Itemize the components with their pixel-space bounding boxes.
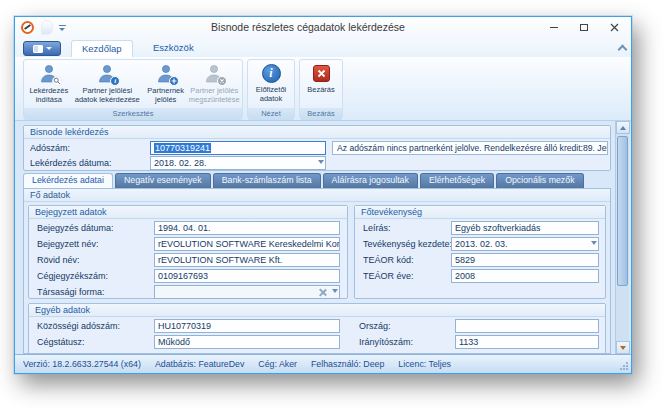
chevron-down-icon[interactable] bbox=[318, 160, 324, 164]
bisnode-lekerdezes-groupbox: Bisnode lekérdezés Adószám: 10770319241 … bbox=[23, 125, 611, 171]
close-red-icon bbox=[313, 65, 330, 82]
teaor-kod-input[interactable]: 5829 bbox=[451, 253, 599, 267]
cegstatusz-input[interactable]: Működő bbox=[154, 335, 340, 349]
tab-bank-szamlaszam-lista[interactable]: Bank-számlaszám lista bbox=[213, 173, 321, 188]
ribbon-group-nezet: i Előfizetői adatok Nézet bbox=[247, 59, 295, 119]
close-button[interactable] bbox=[599, 17, 629, 38]
x-badge-icon bbox=[217, 76, 227, 86]
ribbon-button-label: adatok lekérdezése bbox=[72, 96, 143, 105]
arrow-down-icon bbox=[620, 346, 626, 350]
tevekenyseg-kezdete-combo[interactable]: 2013. 02. 03. bbox=[451, 237, 599, 251]
ribbon-group-caption: Szerkesztés bbox=[24, 108, 242, 120]
field-value: rEVOLUTION SOFTWARE Kft. bbox=[158, 255, 282, 265]
field-value: 1133 bbox=[459, 337, 478, 347]
screenshot-stage: Bisnode részletes cégadatok lekérdezése … bbox=[0, 0, 668, 408]
status-license: Licenc: Teljes bbox=[398, 359, 451, 369]
orszag-input[interactable] bbox=[455, 319, 599, 333]
egyeb-adatok-groupbox: Egyéb adatok Közösségi adószám: HU107703… bbox=[28, 303, 606, 354]
ribbon-button-label: adatok bbox=[250, 95, 292, 104]
partnernek-jeloles-button[interactable]: Partnernek jelölés bbox=[143, 62, 189, 108]
plus-badge-icon bbox=[169, 76, 179, 86]
quick-access-icon[interactable] bbox=[41, 20, 53, 35]
kozossegi-adoszam-input[interactable]: HU10770319 bbox=[154, 319, 340, 333]
maximize-icon bbox=[580, 24, 588, 31]
application-menu-button[interactable] bbox=[23, 41, 61, 56]
adoszam-input[interactable]: 10770319241 bbox=[150, 141, 326, 155]
tab-negativ-esemenyek[interactable]: Negatív események bbox=[115, 173, 211, 188]
maximize-button[interactable] bbox=[569, 17, 599, 38]
panel-caption: Fő adatok bbox=[24, 189, 610, 202]
field-value: HU10770319 bbox=[158, 321, 211, 331]
field-label: Ország: bbox=[359, 321, 391, 331]
tab-opcionalis-mezok[interactable]: Opcionális mezők bbox=[496, 173, 583, 188]
ribbon-button-label: Bezárás bbox=[302, 86, 340, 95]
resize-grip-icon[interactable] bbox=[619, 361, 629, 371]
field-label: Bejegyzés dátuma: bbox=[37, 223, 114, 233]
tab-lekerdezes-adatai[interactable]: Lekérdezés adatai bbox=[23, 173, 113, 188]
app-menu-icon bbox=[33, 45, 43, 53]
minimize-button[interactable] bbox=[539, 17, 569, 38]
tarsasagi-forma-combo[interactable] bbox=[154, 285, 340, 299]
ribbon-button-label: indítása bbox=[26, 96, 72, 105]
lekerdezes-datuma-combo[interactable]: 2018. 02. 28. bbox=[150, 156, 326, 170]
ribbon-tab-kezdolap[interactable]: Kezdőlap bbox=[71, 40, 133, 57]
field-label: Cégstátusz: bbox=[37, 337, 85, 347]
groupbox-caption: Bejegyzett adatok bbox=[29, 206, 347, 219]
field-value: 1994. 04. 01. bbox=[158, 223, 211, 233]
app-logo-icon bbox=[21, 21, 34, 34]
ribbon-group-caption: Nézet bbox=[248, 108, 294, 120]
fotevekenyseg-groupbox: Főtevékenység Leírás: Egyéb szoftverkiad… bbox=[354, 205, 606, 299]
application-window: Bisnode részletes cégadatok lekérdezése … bbox=[14, 16, 632, 374]
scrollbar-thumb[interactable] bbox=[617, 136, 628, 286]
field-label: Bejegyzett név: bbox=[37, 239, 99, 249]
bezaras-button[interactable]: Bezárás bbox=[302, 62, 340, 108]
partner-jeloles-megszuntetese-button: Partner jelölés megszüntetése bbox=[188, 62, 240, 108]
field-label: Tevékenység kezdete: bbox=[363, 239, 452, 249]
field-label: Rövid név: bbox=[37, 255, 80, 265]
lekerdezes-inditasa-button[interactable]: Lekérdezés indítása bbox=[26, 62, 72, 108]
ribbon-tab-row: Kezdőlap Eszközök bbox=[15, 39, 631, 57]
fo-adatok-panel: Fő adatok Bejegyzett adatok Bejegyzés dá… bbox=[23, 188, 611, 354]
bejegyzett-nev-input[interactable]: rEVOLUTION SOFTWARE Kereskedelmi Korláto… bbox=[154, 237, 340, 251]
clear-x-icon[interactable] bbox=[319, 288, 327, 296]
lekerdezes-datuma-label: Lekérdezés dátuma: bbox=[30, 158, 112, 168]
chevron-down-icon[interactable] bbox=[591, 241, 597, 245]
status-version: Verzió: 18.2.6633.27544 (x64) bbox=[23, 359, 141, 369]
field-label: Közösségi adószám: bbox=[37, 321, 120, 331]
minimize-icon bbox=[550, 27, 558, 28]
field-label: Cégjegyzékszám: bbox=[37, 271, 108, 281]
field-value: 2008 bbox=[455, 271, 475, 281]
info-badge-icon: i bbox=[110, 76, 120, 86]
ribbon-tab-eszkozok[interactable]: Eszközök bbox=[143, 40, 204, 57]
cegjegyzekszam-input[interactable]: 0109167693 bbox=[154, 269, 340, 283]
status-bar: Verzió: 18.2.6633.27544 (x64) Adatbázis:… bbox=[15, 354, 631, 373]
ribbon-group-caption: Bezárás bbox=[300, 108, 342, 120]
rovid-nev-input[interactable]: rEVOLUTION SOFTWARE Kft. bbox=[154, 253, 340, 267]
tab-alairasra-jogosultak[interactable]: Aláírásra jogosultak bbox=[323, 173, 418, 188]
adoszam-value: 10770319241 bbox=[154, 143, 211, 153]
teaor-eve-input[interactable]: 2008 bbox=[451, 269, 599, 283]
bejegyzes-datuma-input[interactable]: 1994. 04. 01. bbox=[154, 221, 340, 235]
field-label: TEÁOR kód: bbox=[363, 255, 414, 265]
field-label: Irányítószám: bbox=[359, 337, 413, 347]
leiras-input[interactable]: Egyéb szoftverkiadás bbox=[451, 221, 599, 235]
vertical-scrollbar[interactable] bbox=[615, 121, 629, 354]
detail-tabstrip: Lekérdezés adatai Negatív események Bank… bbox=[23, 173, 586, 188]
iranyitoszam-input[interactable]: 1133 bbox=[455, 335, 599, 349]
status-database: Adatbázis: FeatureDev bbox=[155, 359, 244, 369]
ribbon-collapse-icon[interactable] bbox=[618, 44, 626, 52]
chevron-down-icon[interactable] bbox=[332, 289, 338, 293]
field-value: 2013. 02. 03. bbox=[455, 239, 508, 249]
tab-elerhetosegek[interactable]: Elérhetőségek bbox=[420, 173, 494, 188]
status-company: Cég: Aker bbox=[258, 359, 297, 369]
title-bar: Bisnode részletes cégadatok lekérdezése bbox=[15, 17, 631, 39]
groupbox-caption: Főtevékenység bbox=[355, 206, 605, 219]
field-label: TEÁOR éve: bbox=[363, 271, 414, 281]
elofizetoi-adatok-button[interactable]: i Előfizetői adatok bbox=[250, 62, 292, 108]
adoszam-label: Adószám: bbox=[30, 143, 70, 153]
scroll-down-button[interactable] bbox=[616, 341, 630, 354]
quick-access-dropdown-icon[interactable] bbox=[59, 25, 66, 31]
partner-jelolesi-adatok-button[interactable]: i Partner jelölési adatok lekérdezése bbox=[72, 62, 143, 108]
scroll-up-button[interactable] bbox=[616, 121, 630, 134]
field-value: Működő bbox=[158, 337, 190, 347]
